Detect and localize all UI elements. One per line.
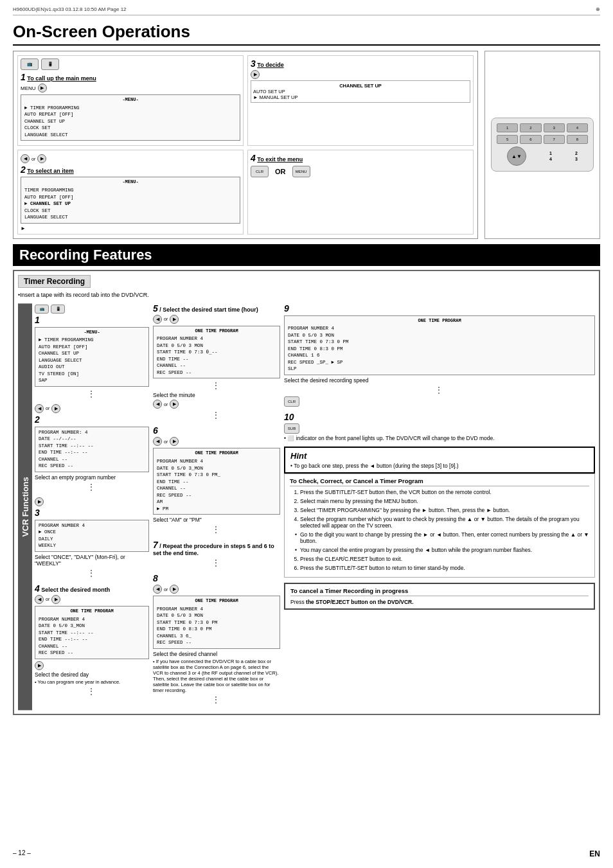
tr-step4-line2: DATE 0 5/0 3_MON [39,623,145,630]
tr-step6-title-s: ONE TIME PROGRAM [157,450,276,457]
channel-setup-title: CHANNEL SET UP [253,83,468,89]
tr-step7: 7 / Repeat the procedure in steps 5 and … [153,540,280,568]
tr-step9-line7: SLP [288,366,591,373]
check-correct-cancel-steps: Press the SUBTITLE/T-SET button then, th… [290,489,589,529]
step1-menu-item3: CHANNEL SET UP [24,118,236,125]
step1-menu-item4: CLOCK SET [24,125,236,132]
ccc-step4: Select the program number which you want… [300,516,589,529]
step2-down-btn[interactable]: ▶ [37,154,46,163]
menu-label: MENU [21,85,36,91]
tr-step9-title-s: ONE TIME PROGRAM [288,318,591,324]
tr-step8-line4: END TIME 0 8:3 0 PM [157,626,276,633]
tr-step1-device1: 📺 [35,305,49,314]
tr-step4-down[interactable]: ▶ [51,595,60,604]
tr-step8-down[interactable]: ▶ [170,585,179,594]
tr-step5-down[interactable]: ▶ [170,315,179,324]
vcr-functions-sidebar: VCR Functions [18,303,32,710]
remote-btn-3[interactable]: 3 [544,123,565,132]
right-column: 9 ONE TIME PROGRAM PROGRAM NUMBER 4 DATE… [284,303,595,710]
tr-step1-screen: -MENU- ► TIMER PROGRAMMING AUTO REPEAT [… [35,327,149,387]
tr-step2-num: 2 [35,414,40,425]
tr-step6-down[interactable]: ▶ [170,437,179,446]
cancel-timer-bold: the STOP/EJECT button on the DVD/VCR. [306,599,414,605]
tr-step10-num: 10 [284,412,294,422]
ccc-bullet2: You may cancel the entire program by pre… [295,547,589,553]
tr-step5-title-s: ONE TIME PROGRAM [157,328,276,335]
tr-step2: ◀ or ▶ 2 PROGRAM NUMBER: 4 DATE --/--/--… [35,404,149,492]
step1-menu-item2: AUTO REPEAT [OFF] [24,111,236,118]
ccc-bullets: Go to the digit you want to change by pr… [290,531,589,553]
tr-step4-up[interactable]: ◀ [35,595,44,604]
tr-step6-num: 6 [153,425,158,436]
page-container: H9600UD(EN)v1.qx33 03.12.8 10:50 AM Page… [0,0,613,868]
tr-step3-btn[interactable]: ▶ [35,497,44,506]
tr-step8-up[interactable]: ◀ [153,585,162,594]
menu-btn-icon[interactable]: MENU [292,166,310,177]
step3-btn[interactable]: ▶ [251,70,260,79]
check-correct-cancel-title: To Check, Correct, or Cancel a Timer Pro… [290,477,589,486]
remote-image: 1 2 3 4 5 6 7 8 ▲▼ 1 4 [484,51,600,239]
ccc-step5: Press the CLEAR/C.RESET button to exit. [300,556,589,562]
tr-step2-line2: DATE --/--/-- [39,436,145,443]
tr-step2-down[interactable]: ▶ [51,404,60,413]
tr-step6-up[interactable]: ◀ [153,437,162,446]
step2-up-btn[interactable]: ◀ [21,154,30,163]
device-icon-1: 📺 [21,58,39,70]
step2-title: To select an item [27,168,73,174]
step2-menu-item3: ► CHANNEL SET UP [24,200,236,208]
tr-step4-num: 4 [35,583,40,594]
remote-nav: ▲▼ 1 4 2 3 [497,146,588,166]
tr-step5-controls2: ◀ or ▶ [153,400,280,409]
on-screen-step2: ◀ or ▶ 2 To select an item -MENU- TIMER … [17,150,244,234]
remote-mid-row: 5 6 7 8 [497,135,588,144]
remote-btn-2[interactable]: 2 [520,123,541,132]
tr-step1-num: 1 [35,315,40,325]
tr-step9-line6: REC SPEED _SP_ ► SP [288,359,591,366]
remote-nav-circle[interactable]: ▲▼ [507,146,526,166]
remote-top-row: 1 2 3 4 [497,123,588,132]
menu-btn[interactable]: ▶ [38,84,47,93]
tr-step8: 8 ◀ or ▶ ONE TIME PROGRAM PROGRAM NUMBER… [153,573,280,705]
tr-step6: 6 ◀ or ▶ ONE TIME PROGRAM PROGRAM NUMBER… [153,425,280,535]
step3-dots: ⋮ [35,568,149,578]
recording-features-title: Recording Features [13,244,600,266]
tr-step4-line3: START TIME --:-- -- [39,630,145,637]
tr-step3-line2: ► ONCE [39,529,145,536]
timer-insert-note: •Insert a tape with its record tab into … [18,292,595,298]
tr-step3-screen: PROGRAM NUMBER 4 ► ONCE DAILY WEEKLY [35,520,149,552]
tr-step5-down2[interactable]: ▶ [170,400,179,409]
remote-btn-6[interactable]: 6 [520,135,541,144]
lang-label: EN [589,849,600,858]
remote-btn-8[interactable]: 8 [567,135,588,144]
tr-step4-title: Select the desired month [41,587,110,593]
tr-step6-line4: END TIME -- [157,479,276,486]
tr-step6-line3: START TIME 0 7:3 0 PM_ [157,472,276,479]
tr-step6-line1: PROGRAM NUMBER 4 [157,458,276,465]
tr-step5-up[interactable]: ◀ [153,315,162,324]
ccc-step3: Select "TIMER PROGRAMMING" by pressing t… [300,507,589,513]
clear-btn-icon[interactable]: CLR [251,166,269,177]
tr-step4-nav-btn[interactable]: ▶ [35,661,44,670]
remote-btn-7[interactable]: 7 [544,135,565,144]
hint-box: Hint • To go back one step, press the ◄ … [284,447,595,474]
tr-step6-desc: Select "AM" or "PM" [153,517,280,523]
step3-title: To decide [257,62,283,68]
remote-btn-1[interactable]: 1 [497,123,518,132]
step2-menu-item5: LANGUAGE SELECT [24,214,236,221]
tr-step5-controls: ◀ or ▶ [153,315,280,324]
tr-step10-btn[interactable]: SUB [284,423,299,434]
tr-step1-line5: AUDIO OUT [39,364,145,371]
step1-screen: -MENU- ► TIMER PROGRAMMING AUTO REPEAT [… [21,94,240,141]
tr-step2-up[interactable]: ◀ [35,404,44,413]
tr-step8-note: • If you have connected the DVD/VCR to a… [153,659,280,693]
tr-step9-clear-btn[interactable]: CLR [284,396,299,407]
tr-step3-num: 3 [35,508,40,518]
remote-btn-4[interactable]: 4 [567,123,588,132]
tr-step5-up2[interactable]: ◀ [153,400,162,409]
step1-num: 1 [21,72,26,82]
remote-device: 1 2 3 4 5 6 7 8 ▲▼ 1 4 [491,118,594,172]
remote-btn-5[interactable]: 5 [497,135,518,144]
cancel-timer-title: To cancel a Timer Recording in progress [290,587,589,596]
tr-step8-num: 8 [153,573,158,583]
tr-step1-line7: SAP [39,377,145,384]
